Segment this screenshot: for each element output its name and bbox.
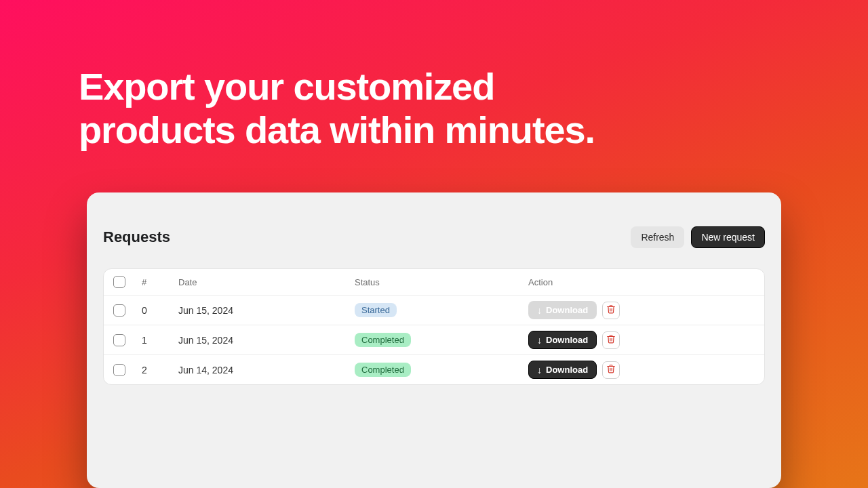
- row-index: 1: [142, 335, 178, 346]
- row-date: Jun 15, 2024: [178, 305, 355, 316]
- download-button[interactable]: ↓Download: [528, 361, 597, 379]
- page-background: Export your customized products data wit…: [0, 0, 868, 488]
- table-row: 2Jun 14, 2024Completed↓Download: [104, 354, 764, 384]
- new-request-button-label: New request: [701, 232, 755, 243]
- row-checkbox[interactable]: [113, 334, 125, 346]
- row-date: Jun 14, 2024: [178, 365, 355, 375]
- row-date: Jun 15, 2024: [178, 335, 355, 346]
- download-icon: ↓: [537, 306, 542, 315]
- download-button-label: Download: [546, 365, 588, 375]
- header-index: #: [142, 277, 178, 287]
- download-icon: ↓: [537, 336, 542, 345]
- headline-line-1: Export your customized: [79, 65, 595, 108]
- row-checkbox-cell: [113, 364, 142, 376]
- table-body: 0Jun 15, 2024Started↓Download1Jun 15, 20…: [104, 295, 764, 384]
- row-index: 2: [142, 365, 178, 375]
- delete-button[interactable]: [602, 361, 620, 379]
- requests-panel: Requests Refresh New request # Date Stat…: [87, 192, 781, 488]
- header-status: Status: [355, 277, 528, 287]
- trash-icon: [606, 334, 616, 346]
- download-button-label: Download: [546, 305, 588, 315]
- row-action-cell: ↓Download: [528, 361, 755, 379]
- status-badge: Completed: [355, 333, 411, 347]
- status-badge: Completed: [355, 363, 411, 377]
- row-checkbox-cell: [113, 334, 142, 346]
- delete-button[interactable]: [602, 331, 620, 349]
- header-action: Action: [528, 277, 755, 287]
- header-date: Date: [178, 277, 355, 287]
- download-button[interactable]: ↓Download: [528, 331, 597, 349]
- status-badge: Started: [355, 303, 397, 317]
- headline: Export your customized products data wit…: [79, 65, 595, 152]
- table-header-row: # Date Status Action: [104, 269, 764, 295]
- row-status-cell: Completed: [355, 363, 528, 377]
- download-icon: ↓: [537, 365, 542, 375]
- row-status-cell: Completed: [355, 333, 528, 347]
- download-button-label: Download: [546, 335, 588, 345]
- refresh-button-label: Refresh: [641, 232, 674, 243]
- delete-button[interactable]: [602, 302, 620, 319]
- trash-icon: [606, 304, 616, 316]
- row-checkbox[interactable]: [113, 364, 125, 376]
- panel-actions: Refresh New request: [631, 226, 765, 248]
- table-row: 0Jun 15, 2024Started↓Download: [104, 295, 764, 325]
- panel-title: Requests: [103, 228, 170, 246]
- headline-line-2: products data within minutes.: [79, 108, 595, 152]
- table-row: 1Jun 15, 2024Completed↓Download: [104, 325, 764, 354]
- row-index: 0: [142, 305, 178, 316]
- row-action-cell: ↓Download: [528, 331, 755, 349]
- header-checkbox-cell: [113, 276, 142, 288]
- row-action-cell: ↓Download: [528, 301, 755, 319]
- refresh-button[interactable]: Refresh: [631, 226, 684, 248]
- trash-icon: [606, 364, 616, 375]
- row-checkbox-cell: [113, 304, 142, 317]
- requests-table: # Date Status Action 0Jun 15, 2024Starte…: [103, 268, 765, 385]
- row-checkbox[interactable]: [113, 304, 125, 317]
- new-request-button[interactable]: New request: [691, 226, 765, 248]
- download-button: ↓Download: [528, 301, 597, 319]
- row-status-cell: Started: [355, 303, 528, 317]
- select-all-checkbox[interactable]: [113, 276, 125, 288]
- panel-header: Requests Refresh New request: [103, 226, 765, 248]
